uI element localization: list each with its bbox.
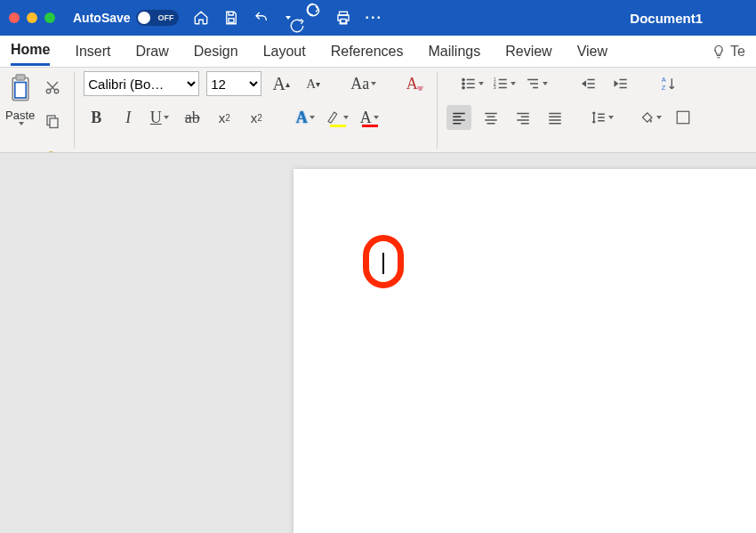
text-effects-button[interactable]: A [294, 105, 318, 130]
highlight-swatch [330, 125, 346, 127]
borders-icon [675, 109, 691, 125]
font-color-swatch [362, 125, 378, 127]
chevron-down-icon [164, 116, 169, 119]
tab-mailings[interactable]: Mailings [429, 38, 481, 65]
italic-button[interactable]: I [116, 105, 141, 130]
chevron-down-icon [479, 82, 484, 85]
svg-rect-5 [14, 83, 26, 99]
change-case-button[interactable]: Aa [350, 71, 378, 96]
multilevel-list-button[interactable] [525, 71, 550, 96]
tab-view[interactable]: View [577, 38, 607, 65]
numbering-button[interactable]: 123 [493, 71, 518, 96]
strikethrough-button[interactable]: ab [180, 105, 205, 130]
sort-icon: AZ [660, 75, 678, 93]
font-color-button[interactable]: A [358, 105, 382, 130]
svg-text:3: 3 [494, 85, 496, 90]
line-spacing-icon [591, 109, 607, 125]
bullets-button[interactable] [461, 71, 486, 96]
tab-draw[interactable]: Draw [135, 38, 168, 65]
redo-icon[interactable] [305, 2, 321, 34]
justify-button[interactable] [543, 105, 567, 130]
autosave-label: AutoSave [73, 11, 131, 25]
tab-review[interactable]: Review [505, 38, 551, 65]
borders-button[interactable] [671, 105, 696, 130]
justify-icon [547, 109, 563, 125]
align-right-icon [515, 109, 531, 125]
multilevel-icon [525, 76, 541, 92]
undo-icon[interactable] [253, 10, 269, 26]
highlighter-icon [326, 109, 342, 125]
page-1[interactable] [294, 169, 756, 533]
chevron-down-icon [543, 82, 548, 85]
print-icon[interactable] [335, 10, 351, 26]
zoom-window-button[interactable] [44, 12, 55, 23]
tell-me[interactable]: Te [711, 44, 745, 60]
tab-insert[interactable]: Insert [75, 38, 110, 65]
document-workspace[interactable] [0, 153, 756, 533]
tab-design[interactable]: Design [194, 38, 238, 65]
ribbon-tabs: Home Insert Draw Design Layout Reference… [0, 36, 756, 68]
autosave-control[interactable]: AutoSave OFF [73, 10, 179, 26]
numbering-icon: 123 [493, 76, 509, 92]
svg-point-12 [462, 86, 464, 88]
subscript-button[interactable]: x2 [212, 105, 237, 130]
group-paragraph: 123 AZ [446, 71, 704, 149]
align-left-button[interactable] [446, 105, 471, 130]
chevron-down-icon [343, 116, 349, 119]
toggle-knob [138, 12, 150, 24]
paste-dropdown-icon[interactable] [19, 122, 24, 125]
chevron-down-icon [374, 116, 379, 119]
svg-point-6 [47, 89, 52, 93]
quick-access-toolbar: ··· [193, 2, 382, 34]
text-cursor [382, 253, 384, 274]
title-bar: AutoSave OFF ··· Document1 [0, 0, 756, 36]
window-controls [9, 12, 55, 23]
copy-button[interactable] [40, 109, 65, 133]
highlight-color-button[interactable] [326, 105, 350, 130]
paste-label: Paste [5, 109, 35, 122]
paste-button[interactable] [7, 71, 34, 107]
underline-button[interactable]: U [148, 105, 173, 130]
align-right-button[interactable] [511, 105, 535, 130]
svg-rect-0 [229, 19, 234, 23]
format-painter-button[interactable] [40, 142, 65, 153]
paint-bucket-icon [639, 109, 655, 125]
decrease-font-button[interactable]: A▾ [301, 71, 326, 96]
line-spacing-button[interactable] [591, 105, 615, 130]
outdent-icon [581, 76, 597, 92]
tab-home[interactable]: Home [11, 36, 50, 66]
chevron-down-icon [371, 82, 376, 85]
group-font: Calibri (Bo… 12 A▴ A▾ Aa A B I [84, 71, 438, 149]
svg-rect-4 [16, 75, 25, 80]
svg-rect-18 [678, 111, 690, 124]
sort-button[interactable]: AZ [656, 71, 681, 96]
minimize-window-button[interactable] [27, 12, 37, 23]
home-icon[interactable] [193, 10, 209, 26]
align-center-button[interactable] [479, 105, 503, 130]
align-left-icon [451, 109, 467, 125]
decrease-indent-button[interactable] [576, 71, 601, 96]
more-icon[interactable]: ··· [366, 10, 382, 26]
font-name-select[interactable]: Calibri (Bo… [84, 71, 199, 96]
document-title: Document1 [630, 11, 703, 26]
clear-formatting-button[interactable]: A [403, 71, 428, 96]
save-icon[interactable] [223, 10, 239, 26]
increase-font-button[interactable]: A▴ [269, 71, 294, 96]
align-center-icon [483, 109, 499, 125]
bold-button[interactable]: B [84, 105, 109, 130]
tell-me-label: Te [730, 44, 745, 60]
chevron-down-icon [511, 82, 516, 85]
autosave-state: OFF [158, 13, 174, 22]
close-window-button[interactable] [9, 12, 20, 23]
cut-button[interactable] [40, 75, 65, 100]
indent-icon [613, 76, 629, 92]
shading-button[interactable] [639, 105, 664, 130]
increase-indent-button[interactable] [608, 71, 633, 96]
svg-point-11 [462, 83, 464, 85]
font-size-select[interactable]: 12 [206, 71, 261, 96]
superscript-button[interactable]: x2 [244, 105, 269, 130]
group-clipboard: Paste [5, 71, 75, 149]
tab-layout[interactable]: Layout [263, 38, 306, 65]
tab-references[interactable]: References [331, 38, 404, 65]
autosave-toggle[interactable]: OFF [136, 10, 179, 26]
